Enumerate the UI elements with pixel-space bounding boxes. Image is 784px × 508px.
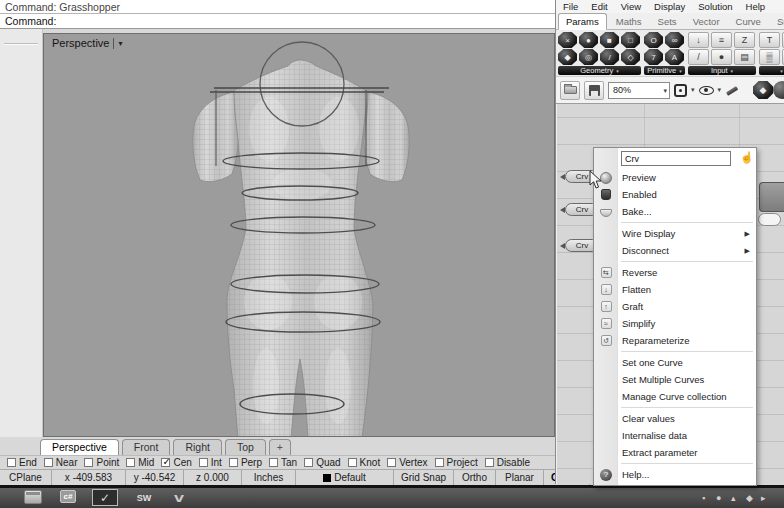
checkbox[interactable] [387,458,396,467]
active-app-icon[interactable]: ✓ [92,489,118,506]
sketch-pen-icon[interactable] [725,84,739,97]
tray-icon[interactable]: ▴ [731,493,736,503]
primitive-group-label[interactable]: Primitive [644,66,685,75]
partially-hidden-param[interactable] [758,213,781,226]
geometry-param-icon[interactable]: ◆ [558,49,577,65]
selected-param-icon[interactable]: ◆ [753,81,773,99]
menu-item-set-multiple-curves[interactable]: Set Multiple Curves [594,371,756,388]
osnap-mid[interactable]: Mid [126,457,154,468]
checkbox[interactable] [229,458,238,467]
menu-item-set-one-curve[interactable]: Set one Curve [594,354,756,371]
menu-item-clear-values[interactable]: Clear values [594,410,756,427]
menu-edit[interactable]: Edit [591,1,607,13]
chevron-down-icon[interactable]: ▾ [663,87,667,95]
geometry-param-icon[interactable]: ◎ [579,49,598,65]
tab-top[interactable]: Top [225,439,266,455]
new-viewport-tab-button[interactable]: + [269,439,291,455]
primitive-param-icon[interactable]: A [665,49,684,65]
geometry-group-label[interactable]: Geometry [558,66,641,75]
input-widget-icon[interactable]: ● [711,49,732,65]
osnap-knot[interactable]: Knot [348,457,381,468]
geometry-param-icon[interactable]: × [558,32,577,48]
menu-item-flatten[interactable]: ↓Flatten [594,281,756,298]
osnap-end[interactable]: End [7,457,37,468]
menu-item-enabled[interactable]: Enabled [594,186,756,203]
menu-file[interactable]: File [563,1,578,13]
tray-icon[interactable]: ▪ [702,493,705,503]
tab-sets[interactable]: Sets [651,14,684,29]
viewport-title[interactable]: Perspective ▾ [52,37,123,49]
osnap-disable[interactable]: Disable [485,457,530,468]
tab-params[interactable]: Params [558,13,607,30]
osnap-quad[interactable]: Quad [304,457,340,468]
open-file-button[interactable] [560,81,580,100]
menu-item-reparameterize[interactable]: ↺Reparameterize [594,332,756,349]
chevron-down-icon[interactable]: ▾ [691,86,695,94]
tray-icon[interactable]: ▸ [761,493,766,503]
tray-icon[interactable]: ◆ [746,493,753,503]
osnap-cen[interactable]: Cen [161,457,191,468]
input-widget-icon[interactable]: ≡ [711,32,732,48]
tray-icon[interactable]: ● [716,493,721,503]
input-widget-icon[interactable]: Z [734,32,755,48]
planar-button[interactable]: Planar [496,470,544,485]
menu-item-internalise-data[interactable]: Internalise data [594,427,756,444]
explorer-window-icon[interactable] [24,490,42,504]
tab-front[interactable]: Front [122,439,171,455]
preview-mode-eye-icon[interactable] [699,86,714,95]
tab-surface[interactable]: Surface [770,14,784,29]
menu-item-preview[interactable]: Preview [594,169,756,186]
zoom-extents-icon[interactable] [674,84,687,97]
osnap-point[interactable]: Point [84,457,119,468]
input-widget-icon[interactable]: ▤ [734,49,755,65]
checkbox[interactable] [84,458,93,467]
geometry-param-icon[interactable]: ■ [600,32,619,48]
menu-item-graft[interactable]: ↑Graft [594,298,756,315]
solidworks-icon[interactable]: SW [132,490,156,505]
toolbar-icon[interactable]: T [759,32,780,48]
param-name-input[interactable]: Crv [621,151,731,166]
clipped-toolbar-icon[interactable] [773,81,784,99]
menu-item-bake[interactable]: Bake... [594,203,756,220]
checkbox[interactable] [435,458,444,467]
input-group-label[interactable]: Input [688,66,756,75]
menu-item-manage-curve-collection[interactable]: Manage Curve collection [594,388,756,405]
menu-display[interactable]: Display [654,1,685,13]
checkbox[interactable] [199,458,208,467]
cplane-cell[interactable]: CPlane [0,470,52,485]
tab-right[interactable]: Right [173,439,222,455]
zoom-level-combo[interactable]: 80% ▾ [608,82,670,99]
grid-snap-button[interactable]: Grid Snap [394,470,454,485]
menu-item-disconnect[interactable]: Disconnect▶ [594,242,756,259]
geometry-param-icon[interactable]: / [600,49,619,65]
menu-item-simplify[interactable]: ≈Simplify [594,315,756,332]
tab-perspective[interactable]: Perspective [40,439,119,455]
osnap-perp[interactable]: Perp [229,457,262,468]
chevron-down-icon[interactable]: ▾ [118,39,122,48]
perspective-viewport[interactable]: Perspective ▾ [43,33,555,437]
units-cell[interactable]: Inches [242,470,296,485]
menu-item-help[interactable]: ?Help... [594,466,756,483]
osnap-vertex[interactable]: Vertex [387,457,427,468]
osnap-tan[interactable]: Tan [269,457,297,468]
menu-solution[interactable]: Solution [698,1,732,13]
menu-item-extract-parameter[interactable]: Extract parameter [594,444,756,461]
tab-curve[interactable]: Curve [729,14,768,29]
checkbox-checked[interactable] [161,458,170,467]
menu-item-reverse[interactable]: ⇆Reverse [594,264,756,281]
clipped-group-label[interactable] [759,66,784,75]
tab-maths[interactable]: Maths [609,14,649,29]
menu-help[interactable]: Help [746,1,766,13]
bird-app-icon[interactable]: v [166,490,193,505]
csharp-app-icon[interactable]: c# [60,490,76,503]
checkbox[interactable] [7,458,16,467]
geometry-param-icon[interactable]: ● [579,32,598,48]
menu-item-wire-display[interactable]: Wire Display▶ [594,225,756,242]
save-file-button[interactable] [584,81,604,100]
checkbox[interactable] [126,458,135,467]
geometry-param-icon[interactable]: □ [621,32,640,48]
command-input[interactable]: Command: [0,14,557,29]
osnap-near[interactable]: Near [44,457,78,468]
checkbox[interactable] [304,458,313,467]
checkbox[interactable] [269,458,278,467]
